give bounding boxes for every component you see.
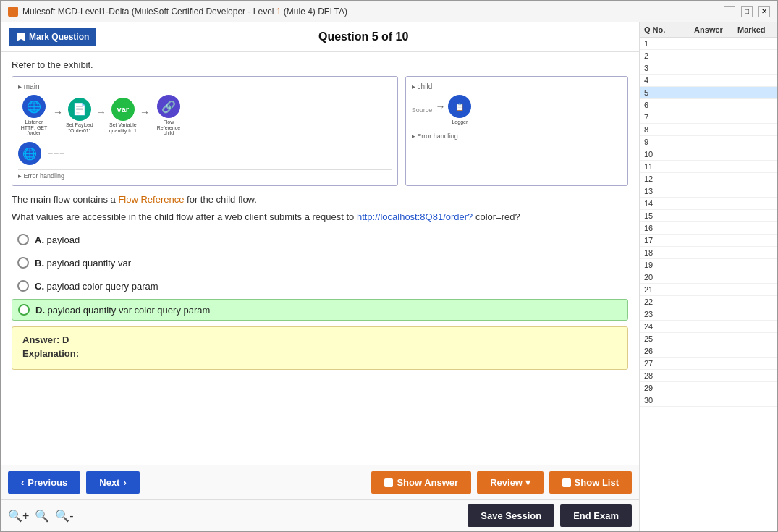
show-answer-button[interactable]: Show Answer [371, 471, 471, 494]
question-text-2: What values are accessible in the child … [12, 211, 628, 224]
sidebar-row[interactable]: 3 [640, 62, 777, 75]
sidebar-row[interactable]: 16 [640, 222, 777, 235]
sidebar-row[interactable]: 22 [640, 296, 777, 308]
previous-button[interactable]: ‹ Previous [8, 471, 80, 494]
option-a-label: A. payload [35, 235, 80, 245]
sidebar-row[interactable]: 13 [640, 185, 777, 198]
row-ans [687, 199, 730, 208]
sidebar-row[interactable]: 7 [640, 111, 777, 124]
sidebar-row[interactable]: 9 [640, 136, 777, 148]
option-c-label: C. payload color query param [35, 281, 158, 292]
sidebar-row[interactable]: 17 [640, 235, 777, 247]
save-session-button[interactable]: Save Session [468, 504, 554, 527]
mark-question-button[interactable]: Mark Question [9, 28, 96, 46]
row-mark [730, 347, 773, 355]
set-payload-icon: 📄 [68, 98, 91, 121]
review-label: Review [490, 477, 523, 488]
option-a[interactable]: A. payload [12, 229, 628, 250]
row-qno: 13 [644, 187, 687, 195]
content-wrapper: Mark Question Question 5 of 10 Refer to … [1, 22, 777, 531]
row-mark [730, 211, 773, 220]
main-window: Mulesoft MCD-Level1-Delta (MuleSoft Cert… [0, 0, 778, 532]
minimize-button[interactable]: — [724, 6, 735, 17]
set-variable-node: var Set Variablequantity to 1 [109, 98, 137, 133]
row-mark [730, 88, 773, 97]
zoom-reset-icon[interactable]: 🔍 [35, 509, 49, 523]
sub-listener-node: 🌐 [18, 142, 41, 165]
sidebar-row[interactable]: 26 [640, 345, 777, 358]
logger-icon: 📋 [448, 95, 471, 118]
sidebar-row[interactable]: 12 [640, 173, 777, 185]
next-button[interactable]: Next › [86, 471, 140, 494]
row-ans [687, 113, 730, 122]
flow-ref-highlight: Flow Reference [118, 194, 184, 205]
sidebar-row[interactable]: 27 [640, 358, 777, 370]
sidebar-row[interactable]: 30 [640, 394, 777, 407]
row-ans [687, 150, 730, 159]
sidebar-row[interactable]: 8 [640, 124, 777, 136]
arrow-3: → [140, 106, 150, 118]
row-qno: 8 [644, 125, 687, 134]
row-mark [730, 64, 773, 72]
sidebar-row[interactable]: 25 [640, 333, 777, 345]
option-c[interactable]: C. payload color query param [12, 276, 628, 296]
radio-c[interactable] [17, 280, 29, 292]
flow-ref-icon: 🔗 [157, 95, 180, 118]
sidebar-row[interactable]: 29 [640, 382, 777, 394]
row-ans [687, 384, 730, 392]
row-qno: 5 [644, 88, 687, 97]
row-mark [730, 334, 773, 343]
sidebar-row[interactable]: 21 [640, 284, 777, 296]
save-session-label: Save Session [481, 510, 541, 521]
option-b[interactable]: B. payload quantity var [12, 253, 628, 273]
sidebar-row[interactable]: 1 [640, 38, 777, 50]
row-ans [687, 51, 730, 60]
row-qno: 26 [644, 347, 687, 355]
row-mark [730, 39, 773, 48]
row-mark [730, 273, 773, 282]
sidebar-row[interactable]: 6 [640, 99, 777, 111]
option-b-label: B. payload quantity var [35, 258, 131, 269]
row-mark [730, 359, 773, 368]
review-button[interactable]: Review ▾ [477, 471, 543, 494]
radio-a[interactable] [17, 234, 29, 245]
row-mark [730, 174, 773, 183]
sidebar-row[interactable]: 4 [640, 75, 777, 87]
end-exam-button[interactable]: End Exam [560, 504, 632, 527]
option-d[interactable]: D. payload quantity var color query para… [12, 299, 628, 321]
titlebar: Mulesoft MCD-Level1-Delta (MuleSoft Cert… [1, 1, 777, 22]
zoom-out-icon[interactable]: 🔍- [55, 509, 73, 523]
row-qno: 18 [644, 248, 687, 257]
row-mark [730, 138, 773, 146]
row-mark [730, 101, 773, 109]
sidebar-row[interactable]: 23 [640, 308, 777, 321]
radio-d[interactable] [18, 304, 30, 316]
row-qno: 23 [644, 310, 687, 318]
sidebar-row[interactable]: 11 [640, 161, 777, 173]
row-qno: 4 [644, 76, 687, 85]
row-mark [730, 125, 773, 134]
sidebar-row[interactable]: 19 [640, 259, 777, 271]
close-button[interactable]: ✕ [758, 6, 770, 17]
sidebar-row[interactable]: 14 [640, 198, 777, 210]
sidebar-row[interactable]: 15 [640, 210, 777, 222]
zoom-in-icon[interactable]: 🔍+ [8, 509, 29, 523]
row-mark [730, 248, 773, 257]
radio-b[interactable] [17, 257, 29, 269]
row-mark [730, 285, 773, 294]
row-qno: 30 [644, 396, 687, 405]
sidebar-row[interactable]: 2 [640, 50, 777, 62]
row-mark [730, 51, 773, 60]
maximize-button[interactable]: □ [741, 6, 753, 17]
row-qno: 9 [644, 138, 687, 146]
sidebar-row[interactable]: 28 [640, 370, 777, 382]
sidebar-row[interactable]: 20 [640, 271, 777, 284]
sidebar-row[interactable]: 24 [640, 321, 777, 333]
sidebar-row[interactable]: 5 [640, 87, 777, 99]
sidebar-row[interactable]: 18 [640, 247, 777, 259]
row-ans [687, 125, 730, 134]
show-list-button[interactable]: Show List [549, 471, 632, 494]
sidebar-row[interactable]: 10 [640, 148, 777, 161]
row-ans [687, 310, 730, 318]
main-panel: Mark Question Question 5 of 10 Refer to … [1, 22, 640, 531]
